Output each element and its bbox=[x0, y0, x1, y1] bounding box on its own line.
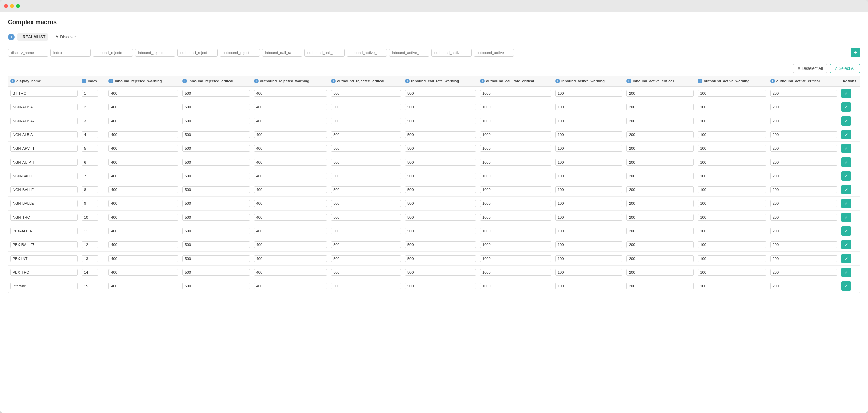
input-r0-c10[interactable] bbox=[698, 90, 766, 97]
col-info-inbound_call_rate_warning[interactable]: i bbox=[405, 78, 410, 83]
input-r6-c5[interactable] bbox=[331, 172, 401, 179]
input-r6-c3[interactable] bbox=[182, 172, 250, 179]
input-r10-c3[interactable] bbox=[182, 228, 250, 234]
input-r9-c9[interactable] bbox=[626, 214, 694, 221]
input-r14-c7[interactable] bbox=[480, 283, 551, 289]
input-r2-c0[interactable] bbox=[10, 118, 78, 124]
input-r7-c5[interactable] bbox=[331, 186, 401, 193]
input-r9-c0[interactable] bbox=[10, 214, 78, 221]
input-r9-c1[interactable] bbox=[82, 214, 98, 221]
input-r1-c10[interactable] bbox=[698, 104, 766, 110]
input-r13-c7[interactable] bbox=[480, 269, 551, 276]
input-r13-c5[interactable] bbox=[331, 269, 401, 276]
input-r1-c6[interactable] bbox=[405, 104, 476, 110]
input-r5-c11[interactable] bbox=[770, 159, 837, 165]
col-info-index[interactable]: i bbox=[82, 78, 86, 83]
col-info-outbound_active_critical[interactable]: i bbox=[770, 78, 775, 83]
input-r5-c3[interactable] bbox=[182, 159, 250, 165]
filter-display_name[interactable] bbox=[8, 49, 49, 57]
filter-inbound_call_rate_warning[interactable] bbox=[262, 49, 302, 57]
confirm-button-r8[interactable]: ✓ bbox=[841, 199, 851, 208]
input-r6-c2[interactable] bbox=[108, 172, 178, 179]
input-r6-c4[interactable] bbox=[254, 172, 327, 179]
input-r10-c6[interactable] bbox=[405, 228, 476, 234]
input-r4-c9[interactable] bbox=[626, 145, 694, 152]
input-r0-c0[interactable] bbox=[10, 90, 78, 97]
input-r13-c0[interactable] bbox=[10, 269, 78, 276]
input-r14-c6[interactable] bbox=[405, 283, 476, 289]
input-r4-c3[interactable] bbox=[182, 145, 250, 152]
input-r5-c5[interactable] bbox=[331, 159, 401, 165]
filter-index[interactable] bbox=[51, 49, 91, 57]
input-r2-c11[interactable] bbox=[770, 118, 837, 124]
filter-outbound_call_rate_critical[interactable] bbox=[304, 49, 345, 57]
confirm-button-r4[interactable]: ✓ bbox=[841, 144, 851, 153]
input-r0-c3[interactable] bbox=[182, 90, 250, 97]
filter-inbound_active_warning[interactable] bbox=[347, 49, 387, 57]
input-r1-c1[interactable] bbox=[82, 104, 98, 110]
input-r11-c3[interactable] bbox=[182, 242, 250, 248]
input-r6-c7[interactable] bbox=[480, 172, 551, 179]
input-r10-c5[interactable] bbox=[331, 228, 401, 234]
input-r10-c2[interactable] bbox=[108, 228, 178, 234]
input-r7-c7[interactable] bbox=[480, 186, 551, 193]
confirm-button-r11[interactable]: ✓ bbox=[841, 240, 851, 250]
input-r4-c6[interactable] bbox=[405, 145, 476, 152]
input-r4-c5[interactable] bbox=[331, 145, 401, 152]
input-r13-c3[interactable] bbox=[182, 269, 250, 276]
input-r4-c0[interactable] bbox=[10, 145, 78, 152]
input-r13-c1[interactable] bbox=[82, 269, 98, 276]
input-r14-c4[interactable] bbox=[254, 283, 327, 289]
add-button[interactable]: + bbox=[850, 48, 860, 57]
input-r8-c10[interactable] bbox=[698, 200, 766, 207]
confirm-button-r2[interactable]: ✓ bbox=[841, 116, 851, 126]
input-r7-c8[interactable] bbox=[555, 186, 622, 193]
input-r10-c8[interactable] bbox=[555, 228, 622, 234]
input-r7-c1[interactable] bbox=[82, 186, 98, 193]
input-r2-c3[interactable] bbox=[182, 118, 250, 124]
input-r0-c4[interactable] bbox=[254, 90, 327, 97]
input-r6-c10[interactable] bbox=[698, 172, 766, 179]
col-info-inbound_active_warning[interactable]: i bbox=[555, 78, 560, 83]
input-r8-c7[interactable] bbox=[480, 200, 551, 207]
input-r4-c10[interactable] bbox=[698, 145, 766, 152]
input-r9-c5[interactable] bbox=[331, 214, 401, 221]
input-r13-c11[interactable] bbox=[770, 269, 837, 276]
input-r12-c1[interactable] bbox=[82, 255, 98, 262]
col-info-outbound_rejected_critical[interactable]: i bbox=[331, 78, 336, 83]
input-r12-c11[interactable] bbox=[770, 255, 837, 262]
input-r11-c9[interactable] bbox=[626, 242, 694, 248]
input-r10-c4[interactable] bbox=[254, 228, 327, 234]
input-r0-c11[interactable] bbox=[770, 90, 837, 97]
input-r11-c2[interactable] bbox=[108, 242, 178, 248]
input-r6-c8[interactable] bbox=[555, 172, 622, 179]
input-r3-c8[interactable] bbox=[555, 131, 622, 138]
input-r0-c6[interactable] bbox=[405, 90, 476, 97]
input-r1-c9[interactable] bbox=[626, 104, 694, 110]
input-r11-c10[interactable] bbox=[698, 242, 766, 248]
input-r14-c9[interactable] bbox=[626, 283, 694, 289]
input-r1-c7[interactable] bbox=[480, 104, 551, 110]
col-info-outbound_call_rate_critical[interactable]: i bbox=[480, 78, 485, 83]
input-r3-c3[interactable] bbox=[182, 131, 250, 138]
input-r1-c4[interactable] bbox=[254, 104, 327, 110]
input-r14-c5[interactable] bbox=[331, 283, 401, 289]
confirm-button-r10[interactable]: ✓ bbox=[841, 226, 851, 236]
input-r8-c4[interactable] bbox=[254, 200, 327, 207]
info-icon[interactable]: i bbox=[8, 34, 15, 40]
input-r11-c6[interactable] bbox=[405, 242, 476, 248]
input-r0-c9[interactable] bbox=[626, 90, 694, 97]
input-r8-c3[interactable] bbox=[182, 200, 250, 207]
confirm-button-r5[interactable]: ✓ bbox=[841, 157, 851, 167]
input-r13-c8[interactable] bbox=[555, 269, 622, 276]
input-r3-c7[interactable] bbox=[480, 131, 551, 138]
input-r12-c10[interactable] bbox=[698, 255, 766, 262]
input-r1-c8[interactable] bbox=[555, 104, 622, 110]
input-r10-c1[interactable] bbox=[82, 228, 98, 234]
input-r10-c10[interactable] bbox=[698, 228, 766, 234]
input-r5-c1[interactable] bbox=[82, 159, 98, 165]
confirm-button-r3[interactable]: ✓ bbox=[841, 130, 851, 139]
input-r1-c0[interactable] bbox=[10, 104, 78, 110]
input-r4-c2[interactable] bbox=[108, 145, 178, 152]
input-r3-c5[interactable] bbox=[331, 131, 401, 138]
